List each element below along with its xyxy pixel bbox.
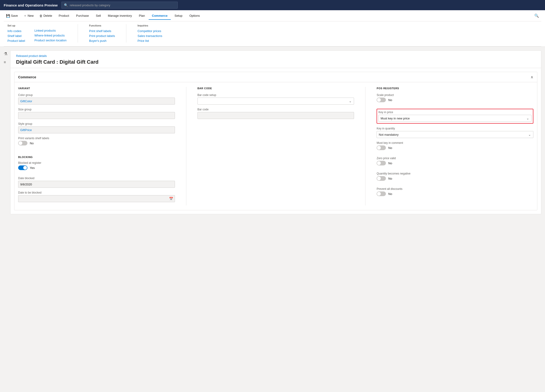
nav-purchase[interactable]: Purchase xyxy=(73,12,92,20)
nav-commerce[interactable]: Commerce xyxy=(149,12,171,20)
page-header: Released product details Digital Gift Ca… xyxy=(11,51,541,68)
side-icons: ⚗ ≡ xyxy=(4,50,7,214)
quantity-becomes-negative-field: Quantity becomes negative No xyxy=(377,172,533,184)
bar-code-setup-select[interactable] xyxy=(198,98,354,105)
style-group-label: Style group xyxy=(18,122,175,126)
nav-options[interactable]: Options xyxy=(186,12,203,20)
linked-products-link[interactable]: Linked products xyxy=(34,29,67,32)
functions-header: Functions xyxy=(89,24,115,27)
scale-toggle-row: No xyxy=(377,98,533,102)
nav-plan[interactable]: Plan xyxy=(136,12,148,20)
color-group-input[interactable] xyxy=(18,98,175,105)
new-icon: ＋ xyxy=(24,14,27,18)
prevent-discounts-toggle-row: No xyxy=(377,192,533,196)
nav-setup[interactable]: Setup xyxy=(171,12,186,20)
sales-transactions-link[interactable]: Sales transactions xyxy=(137,34,162,38)
color-group-field: Color group xyxy=(18,93,175,105)
scale-product-toggle[interactable] xyxy=(377,98,386,102)
shelf-label-link[interactable]: Shelf label xyxy=(7,34,25,38)
nav-manage-inventory[interactable]: Manage inventory xyxy=(105,12,135,20)
quantity-becomes-negative-toggle[interactable] xyxy=(377,176,386,181)
must-key-toggle-row: No xyxy=(377,145,533,150)
main-content-area: Released product details Digital Gift Ca… xyxy=(10,50,541,214)
key-in-price-wrapper: Not mandatory Must key in new price Must… xyxy=(378,115,532,122)
date-to-be-blocked-input[interactable] xyxy=(18,195,175,202)
pos-header: POS REGISTERS xyxy=(377,87,533,90)
col-separator-1 xyxy=(186,87,186,205)
search-input[interactable] xyxy=(70,4,175,7)
size-group-field: Size group xyxy=(18,108,175,119)
bar-code-setup-label: Bar code setup xyxy=(198,93,354,97)
ribbon-search-icon[interactable]: 🔍 xyxy=(532,12,541,20)
quantity-negative-toggle-row: No xyxy=(377,176,533,181)
info-codes-link[interactable]: Info codes xyxy=(7,29,25,33)
competitor-prices-link[interactable]: Competitor prices xyxy=(137,29,162,33)
blocked-toggle-row: Yes xyxy=(18,165,175,170)
where-linked-link[interactable]: Where-linked products xyxy=(34,34,67,37)
breadcrumb[interactable]: Released product details xyxy=(16,54,535,58)
bar-code-input[interactable] xyxy=(198,112,354,119)
bar-code-setup-field: Bar code setup xyxy=(198,93,354,105)
date-blocked-field: Date blocked xyxy=(18,177,175,188)
section-title: Commerce xyxy=(18,75,36,79)
filter-icon[interactable]: ⚗ xyxy=(4,51,7,56)
collapse-icon[interactable]: ∧ xyxy=(531,75,533,79)
color-group-label: Color group xyxy=(18,93,175,97)
blocked-at-register-label: Blocked at register xyxy=(18,161,175,164)
zero-price-valid-field: Zero price valid No xyxy=(377,157,533,169)
zero-price-valid-toggle[interactable] xyxy=(377,161,386,165)
global-search[interactable]: 🔍 xyxy=(62,2,178,9)
date-blocked-input[interactable] xyxy=(18,181,175,188)
key-in-price-label: Key in price xyxy=(378,111,532,114)
page-title: Digital Gift Card : Digital Gift Card xyxy=(16,59,535,65)
print-product-labels-link[interactable]: Print product labels xyxy=(89,34,115,38)
print-shelf-labels-link[interactable]: Print shelf labels xyxy=(89,29,115,33)
buyers-push-link[interactable]: Buyer's push xyxy=(89,39,115,42)
style-group-field: Style group xyxy=(18,122,175,133)
zero-price-valid-label: Zero price valid xyxy=(377,157,533,160)
menu-icon[interactable]: ≡ xyxy=(4,60,7,64)
zero-price-toggle-row: No xyxy=(377,161,533,165)
date-to-be-blocked-label: Date to be blocked xyxy=(18,191,175,194)
separator-2 xyxy=(126,24,126,42)
date-to-be-blocked-wrapper: 📅 xyxy=(18,195,175,202)
key-in-price-select[interactable]: Not mandatory Must key in new price Must… xyxy=(378,115,532,122)
blocked-toggle[interactable] xyxy=(18,165,27,170)
ribbon-toolbar: 💾 Save ＋ New 🗑 Delete Product Purchase S… xyxy=(4,10,541,21)
product-label-link[interactable]: Product label xyxy=(7,39,25,42)
print-variants-toggle-row: No xyxy=(18,141,175,145)
nav-sell[interactable]: Sell xyxy=(93,12,104,20)
bar-code-setup-wrapper xyxy=(198,98,354,105)
scale-product-label: Scale product xyxy=(377,93,533,97)
search-icon: 🔍 xyxy=(64,3,68,7)
prevent-all-discounts-toggle[interactable] xyxy=(377,192,386,196)
key-in-quantity-select[interactable]: Not mandatory Mandatory xyxy=(377,131,533,138)
price-list-link[interactable]: Price list xyxy=(137,39,162,42)
print-variants-toggle[interactable] xyxy=(18,141,27,145)
scale-product-value: No xyxy=(388,98,392,102)
save-button[interactable]: 💾 Save xyxy=(4,12,20,19)
size-group-input[interactable] xyxy=(18,112,175,119)
style-group-input[interactable] xyxy=(18,127,175,133)
nav-product[interactable]: Product xyxy=(55,12,72,20)
section-body: VARIANT Color group Size group Style gro… xyxy=(14,82,537,210)
delete-icon: 🗑 xyxy=(39,14,43,18)
must-key-in-comment-value: No xyxy=(388,146,392,150)
variant-header: VARIANT xyxy=(18,87,175,90)
prevent-all-discounts-field: Prevent all discounts No xyxy=(377,187,533,199)
ribbon-nav: Product Purchase Sell Manage inventory P… xyxy=(55,11,203,20)
form-columns: VARIANT Color group Size group Style gro… xyxy=(18,87,533,205)
page-content: ⚗ ≡ Released product details Digital Gif… xyxy=(0,47,545,218)
new-button[interactable]: ＋ New xyxy=(21,12,36,19)
print-variants-value: No xyxy=(30,142,34,145)
blocking-header: BLOCKING xyxy=(18,156,175,158)
product-section-link[interactable]: Product section location xyxy=(34,39,67,42)
bar-code-label: Bar code xyxy=(198,108,354,111)
date-blocked-label: Date blocked xyxy=(18,177,175,180)
must-key-in-comment-toggle[interactable] xyxy=(377,145,386,150)
section-header[interactable]: Commerce ∧ xyxy=(14,72,537,82)
quantity-becomes-negative-label: Quantity becomes negative xyxy=(377,172,533,175)
must-key-in-comment-label: Must key in comment xyxy=(377,141,533,145)
delete-button[interactable]: 🗑 Delete xyxy=(37,12,55,19)
quantity-becomes-negative-value: No xyxy=(388,177,392,180)
